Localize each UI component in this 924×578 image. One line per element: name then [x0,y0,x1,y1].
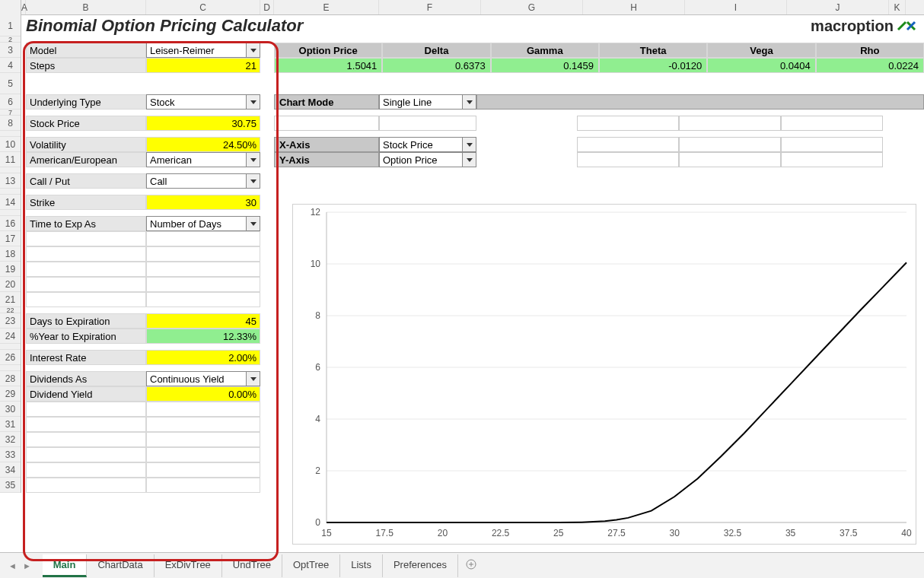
time-to-exp-as-label: Time to Exp As [26,216,146,231]
row-header[interactable] [0,131,21,137]
blank-slot [679,116,781,131]
strike-label: Strike [26,195,146,210]
row-header[interactable]: 5 [0,73,21,94]
dividends-as-dropdown[interactable]: Continuous Yield [146,371,260,386]
row-header[interactable]: 7 [0,110,21,116]
column-header-C[interactable]: C [146,0,260,14]
dividend-yield-input[interactable]: 0.00% [146,386,260,402]
row-header[interactable]: 21 [0,292,21,307]
row-header[interactable] [0,189,21,195]
option-price-chart: 0246810121517.52022.52527.53032.53537.54… [292,204,916,545]
result-header-rho: Rho [816,43,924,58]
column-header-H[interactable]: H [583,0,685,14]
dividend-yield-label: Dividend Yield [26,386,146,402]
tab-lists[interactable]: Lists [340,554,383,577]
row-header[interactable] [0,167,21,173]
row-header[interactable]: 34 [0,462,21,478]
strike-input[interactable]: 30 [146,195,260,210]
row-header[interactable]: 19 [0,262,21,277]
tab-chartdata[interactable]: ChartData [87,554,154,577]
row-header[interactable]: 32 [0,432,21,447]
row-header[interactable]: 28 [0,371,21,386]
row-header[interactable]: 26 [0,350,21,365]
x-axis-dropdown[interactable]: Stock Price [379,137,476,152]
blank-slot [679,152,781,167]
interest-rate-input[interactable]: 2.00% [146,350,260,365]
tab-exdivtree[interactable]: ExDivTree [155,554,222,577]
chevron-down-icon [462,138,476,151]
y-axis-dropdown[interactable]: Option Price [379,152,476,167]
row-header[interactable] [0,210,21,216]
column-header-K[interactable]: K [889,0,906,14]
svg-text:20: 20 [438,528,448,538]
stock-price-input[interactable]: 30.75 [146,116,260,131]
row-header[interactable]: 11 [0,152,21,167]
row-header[interactable]: 23 [0,313,21,329]
svg-text:6: 6 [315,362,320,373]
blank-slot [577,116,679,131]
row-header[interactable]: 8 [0,116,21,131]
column-header-D[interactable]: D [260,0,274,14]
row-header[interactable]: 24 [0,329,21,344]
am-eu-label: American/European [26,152,146,167]
row-header[interactable] [0,344,21,350]
page-title: Binomial Option Pricing Calculator [21,16,811,36]
add-sheet-button[interactable] [458,556,484,575]
row-header[interactable]: 17 [0,231,21,246]
svg-text:8: 8 [315,310,320,321]
row-header[interactable]: 31 [0,417,21,432]
tab-main[interactable]: Main [43,554,88,577]
row-header[interactable]: 6 [0,94,21,110]
row-header[interactable]: 30 [0,402,21,417]
time-to-exp-as-dropdown[interactable]: Number of Days [146,216,260,231]
row-header[interactable]: 1 [0,15,21,37]
chart-mode-dropdown[interactable]: Single Line [379,94,476,110]
row-header[interactable] [0,365,21,371]
row-header[interactable]: 20 [0,277,21,292]
row-header[interactable]: 14 [0,195,21,210]
interest-rate-label: Interest Rate [26,350,146,365]
steps-input[interactable]: 21 [146,58,260,73]
row-header[interactable]: 35 [0,478,21,493]
days-to-exp-input[interactable]: 45 [146,313,260,329]
sheet-tabs: ◄► MainChartDataExDivTreeUndTreeOptTreeL… [0,552,924,578]
tab-undtree[interactable]: UndTree [222,554,282,577]
column-header-B[interactable]: B [26,0,146,14]
row-header[interactable]: 18 [0,246,21,262]
svg-text:0: 0 [315,517,320,528]
blank-slot [679,137,781,152]
row-headers: 1234567810111314161718192021222324262829… [0,15,21,493]
tab-opttree[interactable]: OptTree [282,554,340,577]
model-dropdown[interactable]: Leisen-Reimer [146,43,260,58]
tab-preferences[interactable]: Preferences [383,554,458,577]
result-header-theta: Theta [599,43,707,58]
corner-cell[interactable] [0,0,21,15]
row-header[interactable]: 4 [0,58,21,73]
dividends-as-label: Dividends As [26,371,146,386]
row-header[interactable]: 29 [0,386,21,402]
row-header[interactable]: 33 [0,447,21,462]
row-header[interactable]: 16 [0,216,21,231]
row-header[interactable]: 13 [0,173,21,189]
column-header-G[interactable]: G [481,0,583,14]
row-header[interactable]: 22 [0,307,21,313]
tab-nav-arrows[interactable]: ◄► [6,561,33,570]
svg-text:2: 2 [315,465,320,476]
svg-text:30: 30 [670,528,680,538]
column-header-E[interactable]: E [274,0,379,14]
row-header[interactable]: 3 [0,43,21,58]
row-header[interactable]: 2 [0,37,21,43]
stock-price-label: Stock Price [26,116,146,131]
result-delta: 0.6373 [382,58,490,73]
column-header-J[interactable]: J [787,0,889,14]
row-header[interactable]: 10 [0,137,21,152]
result-header-delta: Delta [382,43,490,58]
result-theta: -0.0120 [599,58,707,73]
am-eu-dropdown[interactable]: American [146,152,260,167]
underlying-type-dropdown[interactable]: Stock [146,94,260,110]
result-vega: 0.0404 [707,58,815,73]
volatility-input[interactable]: 24.50% [146,137,260,152]
column-header-I[interactable]: I [685,0,787,14]
call-put-dropdown[interactable]: Call [146,173,260,189]
column-header-F[interactable]: F [379,0,481,14]
